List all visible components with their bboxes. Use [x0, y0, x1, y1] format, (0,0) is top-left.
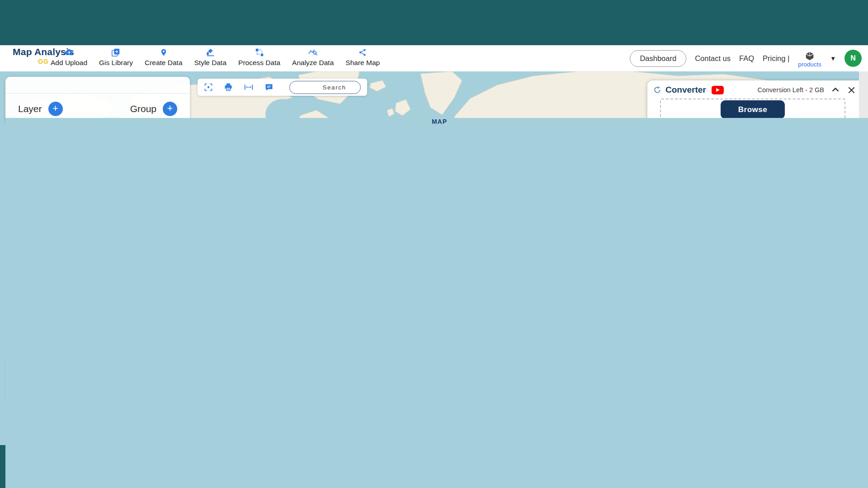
focus-extent-icon[interactable] [204, 83, 213, 92]
nav-label: Process Data [238, 59, 280, 67]
cloud-upload-icon [63, 47, 75, 57]
comment-icon[interactable] [264, 83, 274, 92]
add-group-button[interactable]: + [163, 102, 177, 116]
ink-style-icon [205, 47, 215, 57]
conversion-left-text: Conversion Left - 2 GB [758, 86, 825, 94]
chevron-down-icon[interactable]: ▼ [830, 55, 836, 62]
measure-icon[interactable] [244, 83, 254, 92]
top-header: Map Analysis MAPOG Add Upload Gis Librar… [0, 45, 868, 71]
group-label: Group [130, 103, 156, 114]
nav-add-upload[interactable]: Add Upload [51, 47, 87, 67]
main-nav: Add Upload Gis Library Create Data Style… [51, 47, 380, 67]
nav-label: Style Data [194, 59, 227, 67]
search-input[interactable] [294, 84, 374, 91]
header-right: Dashboard Contact us FAQ Pricing | produ… [630, 45, 862, 71]
faq-link[interactable]: FAQ [739, 54, 754, 63]
nav-label: Gis Library [99, 59, 133, 67]
converter-header: Converter Conversion Left - 2 GB [647, 80, 868, 99]
share-icon [358, 47, 367, 57]
youtube-icon[interactable] [712, 86, 724, 94]
nav-style-data[interactable]: Style Data [194, 47, 227, 67]
products-menu[interactable]: products [798, 51, 821, 68]
analyze-icon [307, 47, 318, 57]
print-icon[interactable] [224, 83, 233, 92]
nav-label: Create Data [145, 59, 183, 67]
cube-icon [805, 51, 815, 61]
layers-panel-header [5, 77, 190, 94]
location-pin-icon [160, 47, 168, 57]
close-icon[interactable] [847, 85, 856, 95]
nav-analyze-data[interactable]: Analyze Data [292, 47, 334, 67]
add-layer-button[interactable]: + [48, 102, 63, 116]
layer-label: Layer [18, 103, 42, 114]
nav-label: Analyze Data [292, 59, 334, 67]
search-box[interactable] [289, 81, 361, 94]
nav-label: Add Upload [51, 59, 87, 67]
nav-share-map[interactable]: Share Map [345, 47, 380, 67]
products-label: products [798, 61, 821, 68]
contact-us-link[interactable]: Contact us [695, 54, 731, 63]
process-route-icon [255, 47, 264, 57]
nav-gis-library[interactable]: Gis Library [99, 47, 133, 67]
nav-process-data[interactable]: Process Data [238, 47, 280, 67]
collapse-chevron-icon[interactable] [830, 85, 840, 95]
nav-label: Share Map [345, 59, 380, 67]
map-toolbar [198, 79, 367, 96]
nav-create-data[interactable]: Create Data [145, 47, 183, 67]
converter-title[interactable]: Converter [665, 85, 706, 95]
refresh-icon[interactable] [653, 85, 662, 94]
dashboard-button[interactable]: Dashboard [630, 50, 686, 67]
avatar[interactable]: N [844, 50, 862, 67]
pricing-link[interactable]: Pricing | [763, 54, 789, 63]
browse-button[interactable]: Browse [721, 100, 785, 119]
library-plus-icon [111, 47, 121, 57]
